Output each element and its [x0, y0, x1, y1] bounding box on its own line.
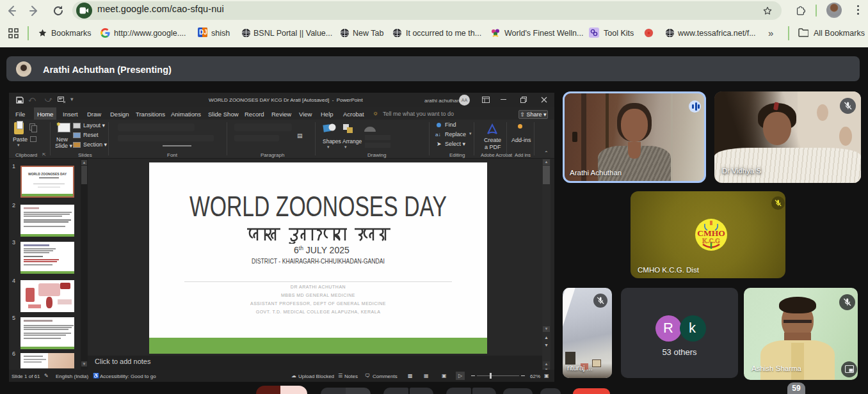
svg-text:6th JULY 2025: 6th JULY 2025	[294, 245, 350, 255]
svg-text:DISTRICT - KHAIRAGARH-CHHUIKHA: DISTRICT - KHAIRAGARH-CHHUIKHADAN-GANDAI	[252, 257, 385, 265]
svg-text:CMHO: CMHO	[697, 228, 725, 238]
svg-text:K.C.G: K.C.G	[702, 237, 720, 244]
svg-text:WORLD ZOONOSES DAY: WORLD ZOONOSES DAY	[189, 191, 447, 222]
